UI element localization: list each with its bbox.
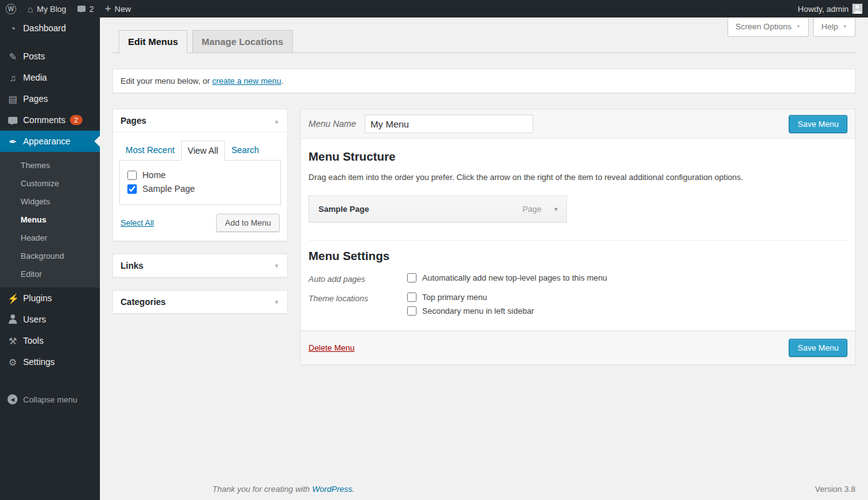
save-menu-button-top[interactable]: Save Menu bbox=[789, 115, 847, 133]
site-name: My Blog bbox=[37, 4, 66, 14]
page-checkbox-home[interactable] bbox=[127, 171, 137, 180]
paintbrush-icon: ✒ bbox=[7, 137, 18, 146]
tab-edit-menus[interactable]: Edit Menus bbox=[119, 30, 187, 53]
chevron-down-icon: ▼ bbox=[842, 24, 847, 29]
create-new-menu-link[interactable]: create a new menu bbox=[212, 76, 282, 86]
menu-editor-body: Menu Structure Drag each item into the o… bbox=[301, 139, 855, 331]
screen-options-button[interactable]: Screen Options ▼ bbox=[727, 18, 809, 37]
tab-search[interactable]: Search bbox=[225, 141, 265, 161]
comment-bubble-icon bbox=[7, 116, 18, 125]
admin-bar-comments-link[interactable]: 2 bbox=[72, 0, 99, 18]
sidebar-item-appearance[interactable]: ✒ Appearance bbox=[0, 131, 100, 152]
page-checkbox-sample-page[interactable] bbox=[127, 184, 137, 194]
collapse-menu-button[interactable]: ◀ Collapse menu bbox=[0, 389, 100, 410]
menu-item-sample-page[interactable]: Sample Page Page ▼ bbox=[308, 196, 567, 222]
admin-bar: W ⌂ My Blog 2 + New Howdy, admin bbox=[0, 0, 868, 18]
submenu-item-menus[interactable]: Menus bbox=[0, 211, 100, 229]
media-music-note-icon: ♫ bbox=[7, 73, 18, 82]
stacked-pages-icon: ▤ bbox=[7, 94, 18, 104]
auto-add-pages-checkbox[interactable] bbox=[407, 273, 417, 282]
menu-item-expand-arrow-icon[interactable]: ▼ bbox=[553, 206, 559, 212]
pages-checklist: Home Sample Page bbox=[119, 160, 281, 205]
auto-add-pages-option[interactable]: Automatically add new top-level pages to… bbox=[407, 273, 607, 282]
menu-item-type: Page bbox=[523, 204, 541, 214]
comment-count: 2 bbox=[89, 4, 94, 14]
menu-structure-title: Menu Structure bbox=[308, 141, 847, 165]
comments-count-badge: 2 bbox=[70, 115, 82, 125]
sidebar-item-label: Plugins bbox=[23, 293, 52, 303]
my-account-button[interactable]: Howdy, admin bbox=[792, 0, 868, 18]
add-to-menu-button[interactable]: Add to Menu bbox=[216, 214, 280, 232]
theme-locations-label: Theme locations bbox=[308, 292, 407, 316]
select-all-link[interactable]: Select All bbox=[121, 218, 154, 228]
new-content-button[interactable]: + New bbox=[99, 0, 136, 18]
sidebar-item-users[interactable]: Users bbox=[0, 309, 100, 330]
page-checkbox-label: Home bbox=[142, 170, 165, 180]
collapse-up-arrow-icon[interactable]: ▲ bbox=[274, 118, 280, 124]
save-menu-button-bottom[interactable]: Save Menu bbox=[789, 339, 847, 357]
sidebar-item-posts[interactable]: ✎ Posts bbox=[0, 46, 100, 67]
location-secondary-checkbox[interactable] bbox=[407, 306, 417, 316]
submenu-item-background[interactable]: Background bbox=[0, 247, 100, 265]
submenu-item-themes[interactable]: Themes bbox=[0, 156, 100, 174]
menu-editor-column: Menu Name Save Menu Menu Structure Drag … bbox=[300, 109, 856, 365]
sidebar-item-tools[interactable]: ⚒ Tools bbox=[0, 330, 100, 351]
version-text: Version 3.8 bbox=[815, 484, 856, 494]
sidebar-item-media[interactable]: ♫ Media bbox=[0, 67, 100, 88]
links-panel-header[interactable]: Links ▼ bbox=[113, 254, 287, 277]
plus-icon: + bbox=[105, 4, 111, 14]
menu-name-label: Menu Name bbox=[308, 119, 356, 129]
help-label: Help bbox=[821, 22, 838, 31]
dashboard-gauge-icon: ◔ bbox=[7, 24, 18, 33]
footer-thanks: Thank you for creating with WordPress. bbox=[212, 484, 355, 494]
sidebar-item-label: Media bbox=[23, 72, 47, 82]
categories-panel-header[interactable]: Categories ▼ bbox=[113, 291, 287, 313]
theme-locations-row: Theme locations Top primary menu Seconda… bbox=[308, 292, 847, 316]
sliders-icon: ⚙ bbox=[7, 358, 18, 367]
tab-most-recent[interactable]: Most Recent bbox=[119, 141, 181, 161]
submenu-item-customize[interactable]: Customize bbox=[0, 174, 100, 192]
page-checkbox-row[interactable]: Sample Page bbox=[127, 182, 280, 196]
sidebar-item-settings[interactable]: ⚙ Settings bbox=[0, 351, 100, 372]
submenu-item-header[interactable]: Header bbox=[0, 229, 100, 247]
sidebar-item-label: Posts bbox=[23, 51, 45, 61]
tab-view-all[interactable]: View All bbox=[181, 141, 225, 161]
pages-panel-header[interactable]: Pages ▲ bbox=[113, 109, 287, 132]
sidebar-item-comments[interactable]: Comments 2 bbox=[0, 109, 100, 131]
sidebar-item-dashboard[interactable]: ◔ Dashboard bbox=[0, 18, 100, 39]
pages-panel-title: Pages bbox=[121, 116, 146, 126]
location-top-primary-checkbox[interactable] bbox=[407, 292, 417, 302]
sidebar-item-label: Dashboard bbox=[23, 23, 66, 33]
help-button[interactable]: Help ▼ bbox=[813, 18, 856, 37]
page-footer: Thank you for creating with WordPress. V… bbox=[200, 484, 868, 494]
location-top-primary-option[interactable]: Top primary menu bbox=[407, 292, 534, 302]
page-checkbox-label: Sample Page bbox=[142, 184, 195, 194]
links-panel: Links ▼ bbox=[112, 254, 288, 278]
location-secondary-option[interactable]: Secondary menu in left sidebar bbox=[407, 306, 534, 316]
links-panel-title: Links bbox=[121, 261, 144, 271]
sidebar-item-label: Users bbox=[23, 314, 46, 324]
sidebar-item-label: Settings bbox=[23, 357, 55, 367]
content-area: Screen Options ▼ Help ▼ Edit Menus Manag… bbox=[100, 0, 868, 500]
expand-down-arrow-icon[interactable]: ▼ bbox=[274, 299, 280, 306]
sidebar-item-pages[interactable]: ▤ Pages bbox=[0, 88, 100, 109]
edit-menu-notice: Edit your menu below, or create a new me… bbox=[112, 69, 856, 93]
plug-icon: ⚡ bbox=[7, 294, 18, 303]
person-icon bbox=[7, 314, 18, 325]
wordpress-link[interactable]: WordPress bbox=[312, 484, 352, 494]
pages-filter-tabs: Most Recent View All Search bbox=[119, 141, 281, 160]
tab-manage-locations[interactable]: Manage Locations bbox=[192, 30, 293, 52]
notice-text: Edit your menu below, or bbox=[121, 76, 212, 86]
expand-down-arrow-icon[interactable]: ▼ bbox=[274, 262, 280, 269]
menu-name-input[interactable] bbox=[365, 114, 533, 133]
footer-thanks-text: Thank you for creating with bbox=[212, 484, 312, 494]
submenu-item-widgets[interactable]: Widgets bbox=[0, 192, 100, 211]
wordpress-menu-button[interactable]: W bbox=[0, 0, 22, 18]
submenu-item-editor[interactable]: Editor bbox=[0, 265, 100, 283]
delete-menu-link[interactable]: Delete Menu bbox=[308, 343, 355, 352]
pushpin-icon: ✎ bbox=[7, 52, 18, 61]
wordpress-logo-icon: W bbox=[6, 4, 16, 14]
visit-site-link[interactable]: ⌂ My Blog bbox=[22, 0, 72, 18]
page-checkbox-row[interactable]: Home bbox=[127, 168, 280, 182]
sidebar-item-plugins[interactable]: ⚡ Plugins bbox=[0, 288, 100, 309]
